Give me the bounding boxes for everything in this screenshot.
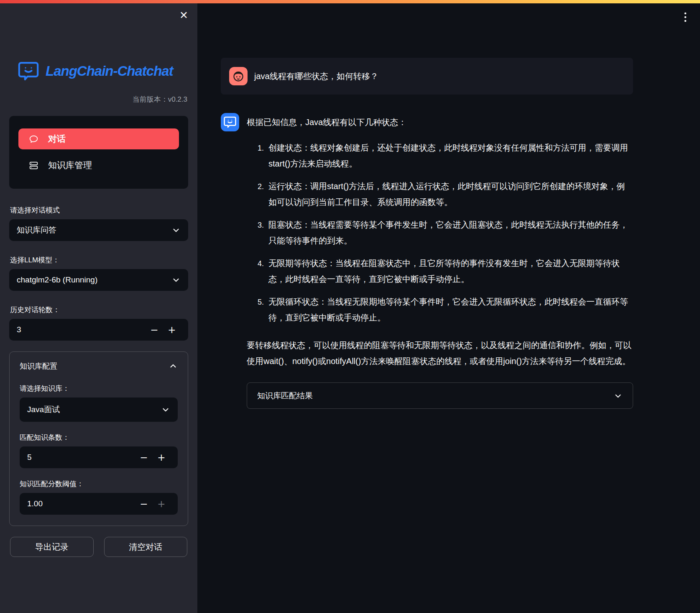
nav-item-label: 知识库管理: [48, 159, 92, 171]
top-k-label: 匹配知识条数：: [20, 433, 178, 442]
list-item: 创建状态：线程对象创建后，还处于创建状态，此时线程对象没有任何属性和方法可用，需…: [266, 140, 633, 172]
assistant-outro-text: 要转移线程状态，可以使用线程的阻塞等待和无限期等待状态，以及线程之间的通信和协作…: [247, 337, 633, 369]
sidebar-button-row: 导出记录 清空对话: [10, 537, 187, 557]
assistant-states-list: 创建状态：线程对象创建后，还处于创建状态，此时线程对象没有任何属性和方法可用，需…: [247, 140, 633, 326]
clear-dialogue-button[interactable]: 清空对话: [104, 537, 188, 557]
chat-column: java线程有哪些状态，如何转移？ 根据已知信息，Java线程有以下几种状态： …: [221, 58, 633, 409]
chat-bubble-icon: [28, 134, 39, 144]
score-threshold-label: 知识匹配分数阈值：: [20, 479, 178, 489]
score-threshold-value[interactable]: 1.00: [27, 499, 135, 508]
history-rounds-value[interactable]: 3: [17, 325, 146, 334]
plus-button[interactable]: +: [153, 498, 170, 509]
kb-select-value: Java面试: [27, 404, 60, 415]
kb-config-expander-header[interactable]: 知识库配置: [10, 359, 188, 373]
plus-button[interactable]: +: [153, 452, 170, 463]
version-value: v0.2.3: [168, 95, 187, 103]
minus-button[interactable]: −: [135, 498, 153, 509]
chat-message-user: java线程有哪些状态，如何转移？: [221, 58, 633, 95]
kb-config-title: 知识库配置: [20, 361, 57, 371]
list-item: 运行状态：调用start()方法后，线程进入运行状态，此时线程可以访问到它所创建…: [266, 178, 633, 210]
app-logo: LangChain-Chatchat: [17, 59, 189, 83]
close-icon[interactable]: ✕: [179, 10, 188, 21]
chevron-up-icon: [169, 362, 178, 371]
kebab-menu-icon[interactable]: [680, 10, 691, 26]
kb-config-expander: 知识库配置 请选择知识库： Java面试 匹配知识条数： 5 − + 知识匹配分…: [9, 351, 188, 526]
chevron-down-icon: [161, 405, 170, 414]
top-k-stepper[interactable]: 5 − +: [20, 446, 178, 468]
history-rounds-stepper[interactable]: 3 − +: [9, 319, 188, 341]
sidebar: ✕ LangChain-Chatchat 当前版本：v0.2.3 对话: [0, 3, 197, 613]
kb-select[interactable]: Java面试: [20, 398, 178, 422]
chevron-down-icon: [171, 275, 181, 285]
user-message-text: java线程有哪些状态，如何转移？: [254, 71, 378, 82]
kb-match-result-label: 知识库匹配结果: [257, 390, 313, 401]
kb-match-result-expander[interactable]: 知识库匹配结果: [247, 382, 633, 409]
dialog-mode-label: 请选择对话模式: [10, 205, 187, 215]
chat-main: java线程有哪些状态，如何转移？ 根据已知信息，Java线程有以下几种状态： …: [197, 3, 700, 613]
llm-model-label: 选择LLM模型：: [10, 255, 187, 265]
plus-button[interactable]: +: [163, 324, 181, 335]
version-text: 当前版本：v0.2.3: [0, 95, 197, 104]
export-records-button[interactable]: 导出记录: [10, 537, 94, 557]
assistant-intro-text: 根据已知信息，Java线程有以下几种状态：: [247, 117, 633, 128]
dialog-mode-select[interactable]: 知识库问答: [9, 219, 188, 241]
user-face-icon: [231, 69, 245, 83]
user-avatar: [229, 67, 248, 85]
chat-message-assistant: 根据已知信息，Java线程有以下几种状态： 创建状态：线程对象创建后，还处于创建…: [221, 113, 633, 409]
history-rounds-label: 历史对话轮数：: [10, 305, 187, 315]
kb-select-label: 请选择知识库：: [20, 384, 178, 393]
chevron-down-icon: [171, 226, 181, 235]
list-item: 阻塞状态：当线程需要等待某个事件发生时，它会进入阻塞状态，此时线程无法执行其他的…: [266, 217, 633, 249]
nav-item-kb-management[interactable]: 知识库管理: [18, 158, 179, 173]
chevron-down-icon: [613, 391, 623, 400]
nav-menu: 对话 知识库管理: [9, 116, 188, 189]
score-threshold-stepper[interactable]: 1.00 − +: [20, 493, 178, 515]
nav-item-dialogue[interactable]: 对话: [18, 128, 179, 149]
logo-chat-bubble-icon: [17, 59, 40, 83]
logo-text: LangChain-Chatchat: [46, 63, 173, 79]
version-label: 当前版本：: [133, 95, 168, 103]
llm-model-select[interactable]: chatglm2-6b (Running): [9, 269, 188, 291]
assistant-avatar: [221, 113, 239, 131]
minus-button[interactable]: −: [146, 324, 163, 335]
top-k-value[interactable]: 5: [27, 453, 135, 462]
assistant-chat-bubble-icon: [223, 115, 237, 129]
minus-button[interactable]: −: [135, 452, 153, 463]
database-icon: [28, 160, 39, 171]
dialog-mode-value: 知识库问答: [17, 225, 56, 236]
list-item: 无限循环状态：当线程无限期地等待某个事件时，它会进入无限循环状态，此时线程会一直…: [266, 294, 633, 326]
decoration-bar: [0, 0, 700, 3]
llm-model-value: chatglm2-6b (Running): [17, 275, 97, 285]
nav-item-label: 对话: [48, 133, 66, 145]
assistant-message-body: 根据已知信息，Java线程有以下几种状态： 创建状态：线程对象创建后，还处于创建…: [247, 113, 633, 409]
list-item: 无限期等待状态：当线程在阻塞状态中，且它所等待的事件没有发生时，它会进入无限期等…: [266, 255, 633, 287]
